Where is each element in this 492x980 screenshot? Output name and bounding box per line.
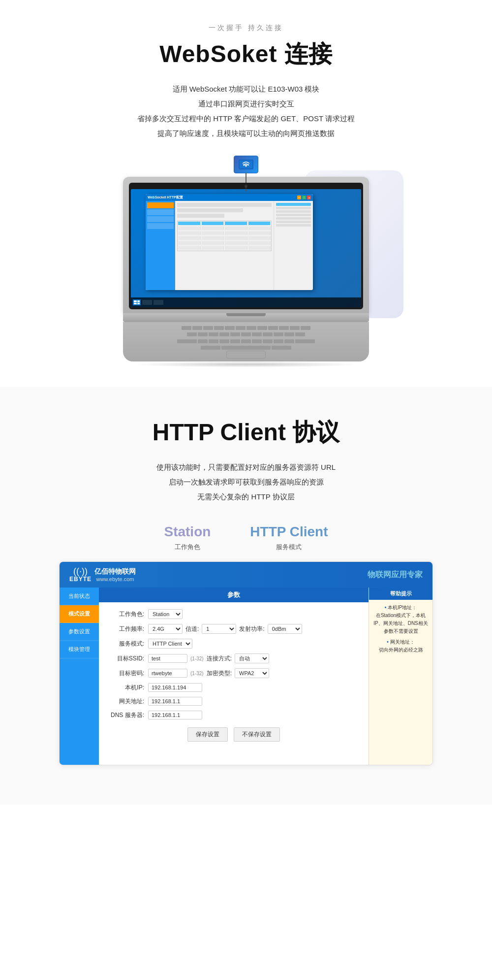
help-title: 帮助提示: [369, 588, 432, 600]
window-right-panel: [274, 201, 313, 290]
ssid-input[interactable]: [148, 654, 187, 663]
ebyte-logo-icon: ((·)) EBYTE: [69, 567, 92, 583]
laptop-screen-bezel: WebSocket HTTP配置 ─ □ ✕: [129, 183, 363, 309]
laptop-illustration: WiFi ↓ We: [98, 156, 394, 367]
windows-window: WebSocket HTTP配置 ─ □ ✕: [146, 194, 313, 290]
freq-control: 2.4G 信道: 1234567891011 发射功率: 0dBm 6dBm 1…: [148, 624, 302, 634]
connect-label-inline: 连接方式:: [207, 654, 232, 663]
laptop-screen-content: WebSocket HTTP配置 ─ □ ✕: [131, 189, 361, 307]
ip-input[interactable]: [148, 683, 202, 692]
window-sidebar: [146, 201, 175, 290]
config-header: ((·)) EBYTE 亿佰特物联网 www.ebyte.com 物联网应用专家: [60, 562, 432, 588]
form-row-gateway: 网关地址:: [109, 697, 359, 706]
station-mode-label: Station 工作角色: [164, 524, 211, 552]
arrow-down-icon: ↓: [244, 183, 248, 194]
service-control: HTTP Client TCP Client TCP Server: [148, 639, 192, 649]
gateway-input[interactable]: [148, 697, 202, 706]
ip-control: [148, 683, 202, 692]
form-row-role: 工作角色: Station AP: [109, 609, 359, 619]
password-hint: (1-32): [190, 671, 204, 676]
laptop-shadow: [133, 361, 359, 367]
form-row-dns: DNS 服务器:: [109, 711, 359, 719]
window-maximize: □: [302, 196, 306, 199]
window-body: [146, 201, 313, 290]
websocket-description: 适用 WebSocket 功能可以让 E103-W03 模块 通过串口跟网页进行…: [30, 82, 462, 141]
http-description: 使用该功能时，只需要配置好对应的服务器资源符 URL 启动一次触发请求即可获取到…: [30, 460, 462, 504]
laptop-frame: WebSocket HTTP配置 ─ □ ✕: [123, 177, 369, 367]
window-close: ✕: [307, 196, 311, 199]
service-select[interactable]: HTTP Client TCP Client TCP Server: [148, 639, 192, 649]
password-input[interactable]: [148, 669, 187, 678]
laptop-screen-outer: WebSocket HTTP配置 ─ □ ✕: [123, 177, 369, 313]
ebyte-logo: ((·)) EBYTE 亿佰特物联网 www.ebyte.com: [69, 567, 136, 583]
role-control: Station AP: [148, 609, 183, 619]
cancel-button[interactable]: 不保存设置: [234, 727, 280, 742]
ebyte-brand: EBYTE: [69, 576, 92, 583]
channel-select[interactable]: 1234567891011: [202, 624, 236, 634]
form-row-ip: 本机IP:: [109, 683, 359, 692]
websocket-section: 一次握手 持久连接 WebSoket 连接 适用 WebSocket 功能可以让…: [0, 0, 492, 387]
form-row-freq: 工作频率: 2.4G 信道: 1234567891011 发射功率: 0dBm …: [109, 624, 359, 634]
service-label: 服务模式:: [109, 640, 148, 648]
laptop-trackpad: [226, 351, 266, 359]
power-label-inline: 发射功率:: [239, 625, 264, 633]
company-name: 亿佰特物联网: [94, 567, 136, 576]
form-row-ssid: 目标SSID: (1-32) 连接方式: 自动 手动: [109, 653, 359, 663]
config-body: 当前状态 模式设置 参数设置 模块管理 参数 工作角色: Station AP: [60, 588, 432, 765]
dns-label: DNS 服务器:: [109, 711, 148, 719]
mode-labels: Station 工作角色 HTTP Client 服务模式: [30, 524, 462, 552]
window-controls: ─ □ ✕: [297, 196, 311, 199]
freq-label: 工作频率:: [109, 625, 148, 633]
windows-desktop: WebSocket HTTP配置 ─ □ ✕: [131, 189, 361, 307]
power-select[interactable]: 0dBm 6dBm 12dBm: [268, 624, 302, 634]
nav-status[interactable]: 当前状态: [60, 588, 99, 605]
wifi-module-box: WiFi: [234, 156, 258, 173]
station-sub: 工作角色: [164, 543, 211, 552]
company-slogan: 物联网应用专家: [368, 570, 423, 580]
nav-mode[interactable]: 模式设置: [60, 605, 99, 623]
window-titlebar: WebSocket HTTP配置 ─ □ ✕: [146, 194, 313, 201]
form-row-password: 目标密码: (1-32) 加密类型: WPA2 WPA 无: [109, 668, 359, 678]
config-nav: 当前状态 模式设置 参数设置 模块管理: [60, 588, 99, 765]
password-control: (1-32) 加密类型: WPA2 WPA 无: [148, 668, 269, 678]
station-title: Station: [164, 524, 211, 540]
windows-taskbar: [131, 297, 361, 307]
ssid-label: 目标SSID:: [109, 654, 148, 663]
ssid-hint: (1-32): [190, 656, 204, 661]
encrypt-select[interactable]: WPA2 WPA 无: [235, 668, 269, 678]
start-button: [133, 299, 141, 305]
laptop-keyboard: [123, 322, 369, 361]
ip-label: 本机IP:: [109, 684, 148, 692]
window-title: WebSocket HTTP配置: [148, 195, 183, 200]
freq-select[interactable]: 2.4G: [148, 624, 183, 634]
config-help: 帮助提示 • 本机IP地址：在Station模式下，本机IP、网关地址、DNS相…: [369, 588, 432, 765]
encrypt-label-inline: 加密类型:: [207, 669, 232, 678]
dns-input[interactable]: [148, 711, 202, 719]
websocket-subtitle: 一次握手 持久连接: [30, 24, 462, 33]
form-row-service: 服务模式: HTTP Client TCP Client TCP Server: [109, 639, 359, 649]
http-title: HTTP Client 协议: [30, 417, 462, 448]
company-url: www.ebyte.com: [94, 576, 136, 582]
http-client-mode-label: HTTP Client 服务模式: [250, 524, 328, 552]
nav-manage[interactable]: 模块管理: [60, 641, 99, 658]
save-button[interactable]: 保存设置: [187, 727, 228, 742]
websocket-title: WebSoket 连接: [30, 38, 462, 70]
params-title: 参数: [99, 588, 369, 602]
wifi-icon: ((·)): [73, 567, 88, 576]
nav-params[interactable]: 参数设置: [60, 623, 99, 641]
config-panel: ((·)) EBYTE 亿佰特物联网 www.ebyte.com 物联网应用专家…: [59, 561, 433, 765]
role-label: 工作角色:: [109, 610, 148, 619]
svg-point-3: [246, 165, 247, 167]
config-main: 参数 工作角色: Station AP 工作频率: 2.: [99, 588, 369, 765]
connect-select[interactable]: 自动 手动: [235, 653, 269, 663]
http-section: HTTP Client 协议 使用该功能时，只需要配置好对应的服务器资源符 UR…: [0, 387, 492, 805]
password-label: 目标密码:: [109, 669, 148, 678]
gateway-label: 网关地址:: [109, 697, 148, 706]
gateway-control: [148, 697, 202, 706]
dns-control: [148, 711, 202, 719]
channel-label-inline: 信道:: [185, 625, 199, 633]
window-minimize: ─: [297, 196, 301, 199]
role-select[interactable]: Station AP: [148, 609, 183, 619]
help-content: • 本机IP地址：在Station模式下，本机IP、网关地址、DNS相关参数不需…: [373, 604, 429, 654]
laptop-hinge: [226, 313, 266, 316]
